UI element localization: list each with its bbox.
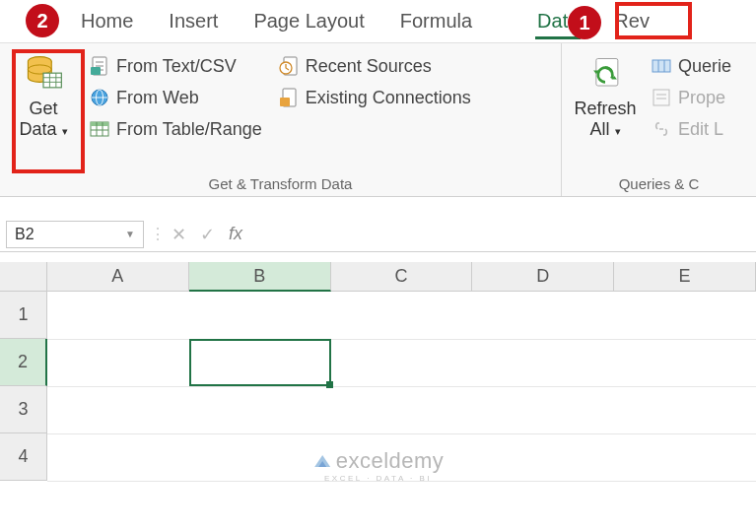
enter-icon[interactable]: ✓ <box>200 224 215 245</box>
spreadsheet-grid[interactable]: A B C D E 1 2 3 4 <box>0 262 756 532</box>
properties-label: Prope <box>678 88 725 108</box>
refresh-all-label-2: All <box>589 119 609 139</box>
get-data-label-1: Get <box>29 99 57 118</box>
select-all-corner[interactable] <box>0 262 47 292</box>
col-header-c[interactable]: C <box>331 262 473 292</box>
watermark-text: exceldemy <box>336 448 445 474</box>
refresh-all-label-1: Refresh <box>574 99 636 118</box>
existing-connections-button[interactable]: Existing Connections <box>278 87 471 108</box>
table-icon <box>89 118 110 140</box>
svg-rect-2 <box>43 73 61 88</box>
col-header-e[interactable]: E <box>614 262 756 292</box>
col-header-d[interactable]: D <box>472 262 614 292</box>
from-web-label: From Web <box>116 88 199 108</box>
cancel-icon[interactable]: ✕ <box>172 224 186 245</box>
queries-icon <box>651 55 672 77</box>
col-header-a[interactable]: A <box>47 262 189 292</box>
svg-rect-16 <box>91 122 108 126</box>
group-label-queries: Queries & C <box>570 173 748 194</box>
col-header-b[interactable]: B <box>189 262 331 292</box>
file-text-icon <box>89 55 110 77</box>
row-header-1[interactable]: 1 <box>0 292 47 339</box>
edit-links-label: Edit L <box>678 119 723 140</box>
ribbon: GetData ▾ From Text/CSV From Web From Ta… <box>0 43 756 197</box>
from-table-range-button[interactable]: From Table/Range <box>89 118 262 140</box>
existing-connections-label: Existing Connections <box>306 88 471 108</box>
chevron-down-icon: ▾ <box>615 125 621 137</box>
tab-formulas[interactable]: Formula <box>382 4 490 38</box>
globe-icon <box>89 87 110 108</box>
tab-home[interactable]: Home <box>63 4 151 38</box>
separator: ⋮ <box>150 225 162 243</box>
svg-rect-25 <box>653 60 670 72</box>
database-icon <box>22 53 65 97</box>
watermark-icon <box>312 451 332 471</box>
refresh-icon <box>584 53 627 97</box>
chevron-down-icon: ▾ <box>62 125 68 137</box>
name-box[interactable]: B2 ▼ <box>6 221 144 248</box>
ribbon-tabs: Home Insert Page Layout Formula Data Rev <box>0 0 756 43</box>
formula-bar: B2 ▼ ⋮ ✕ ✓ fx <box>0 217 756 252</box>
watermark-subtext: EXCEL · DATA · BI <box>324 474 432 483</box>
recent-sources-label: Recent Sources <box>306 56 432 77</box>
link-icon <box>651 118 672 140</box>
tab-review[interactable]: Rev <box>596 4 667 38</box>
get-data-button[interactable]: GetData ▾ <box>8 49 79 173</box>
properties-button[interactable]: Prope <box>651 87 731 108</box>
from-text-csv-button[interactable]: From Text/CSV <box>89 55 262 77</box>
fx-button[interactable]: fx <box>229 224 242 244</box>
tab-page-layout[interactable]: Page Layout <box>236 4 381 38</box>
chevron-down-icon: ▼ <box>125 229 135 239</box>
tab-data[interactable]: Data <box>519 4 596 38</box>
clock-file-icon <box>278 55 300 77</box>
name-box-value: B2 <box>15 226 34 243</box>
connection-file-icon <box>278 87 300 108</box>
queries-connections-button[interactable]: Querie <box>651 55 731 77</box>
watermark: exceldemy EXCEL · DATA · BI <box>312 448 445 483</box>
row-header-4[interactable]: 4 <box>0 433 47 481</box>
from-text-csv-label: From Text/CSV <box>116 56 237 77</box>
queries-label: Querie <box>678 56 731 77</box>
recent-sources-button[interactable]: Recent Sources <box>278 55 471 77</box>
svg-rect-28 <box>653 90 669 105</box>
from-web-button[interactable]: From Web <box>89 87 262 108</box>
svg-rect-23 <box>280 98 290 106</box>
edit-links-button[interactable]: Edit L <box>651 118 731 140</box>
row-header-2[interactable]: 2 <box>0 339 47 386</box>
svg-rect-11 <box>91 67 101 75</box>
tab-insert[interactable]: Insert <box>151 4 236 38</box>
selected-cell[interactable] <box>189 339 331 386</box>
from-table-range-label: From Table/Range <box>116 119 262 140</box>
properties-icon <box>651 87 672 108</box>
row-header-3[interactable]: 3 <box>0 386 47 433</box>
refresh-all-button[interactable]: RefreshAll ▾ <box>570 49 641 173</box>
formula-input[interactable] <box>252 221 756 248</box>
get-data-label-2: Data <box>19 119 56 139</box>
group-label-get-transform: Get & Transform Data <box>8 173 553 194</box>
